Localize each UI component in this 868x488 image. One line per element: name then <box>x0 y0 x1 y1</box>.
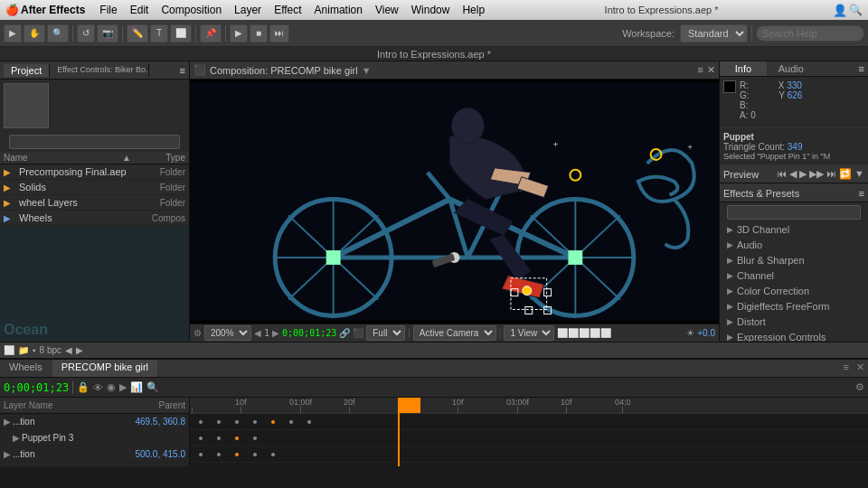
timeline-ctrl-lock[interactable]: 🔒 <box>77 381 90 393</box>
effect-item-0[interactable]: ▶3D Channel <box>720 222 868 238</box>
project-item-2[interactable]: ▶ wheel Layers Folder <box>0 195 189 211</box>
zoom-select[interactable]: 200% <box>204 325 251 341</box>
keyframe-dot[interactable] <box>217 436 221 440</box>
menu-composition[interactable]: Composition <box>156 2 227 18</box>
comp-panel-menu[interactable]: ≡ <box>698 64 703 76</box>
keyframe-dot[interactable] <box>307 420 311 424</box>
menu-animation[interactable]: Animation <box>309 2 368 18</box>
effect-item-2[interactable]: ▶Blur & Sharpen <box>720 253 868 268</box>
stop-btn[interactable]: ■ <box>250 24 268 42</box>
new-composition-btn[interactable]: ⬜ <box>4 345 14 355</box>
keyframe-dot[interactable] <box>253 420 257 424</box>
preview-label: Preview <box>723 169 759 180</box>
step-back-btn[interactable]: ◀ <box>789 168 797 180</box>
timeline-tab-precomp[interactable]: PRECOMP bike girl <box>52 360 158 377</box>
pen-tool-btn[interactable]: ✏️ <box>127 24 148 42</box>
effects-search-input[interactable] <box>727 205 861 220</box>
menu-layer[interactable]: Layer <box>229 2 267 18</box>
tab-effect-controls[interactable]: Effect Controls: Biker Bo... <box>50 64 149 77</box>
preview-options[interactable]: ▼ <box>854 168 864 180</box>
play-next-btn[interactable]: ⏭ <box>826 168 836 180</box>
timeline-ctrl-solo[interactable]: ◉ <box>107 381 116 393</box>
comp-tab-arrow[interactable]: ▼ <box>362 65 372 76</box>
keyframe-dot[interactable] <box>289 420 293 424</box>
camera-select[interactable]: Active Camera <box>413 325 496 341</box>
nav-next-btn[interactable]: ▶ <box>76 345 83 355</box>
project-search-input[interactable] <box>9 135 179 149</box>
view-select[interactable]: 1 View <box>504 325 554 341</box>
frame-nav-next[interactable]: ▶ <box>272 328 279 338</box>
keyframe-dot[interactable] <box>235 453 239 456</box>
timeline-close[interactable]: ✕ <box>853 360 868 377</box>
apple-menu[interactable]: 🍎 <box>5 4 19 16</box>
zoom-tool-btn[interactable]: 🔍 <box>47 24 69 42</box>
project-item-1[interactable]: ▶ Solids Folder <box>0 180 189 195</box>
project-item-3[interactable]: ▶ Wheels Compos <box>0 211 189 226</box>
keyframe-dot[interactable] <box>271 420 275 424</box>
menu-help[interactable]: Help <box>457 2 490 18</box>
frame-rate-btn[interactable]: ⚙ <box>855 381 864 393</box>
menu-effect[interactable]: Effect <box>269 2 307 18</box>
effect-item-4[interactable]: ▶Color Correction <box>720 284 868 299</box>
hand-tool-btn[interactable]: ✋ <box>24 24 45 42</box>
timeline-ctrl-graph[interactable]: 📊 <box>130 381 143 393</box>
layer-item-2[interactable]: ▶ ...tion 500.0, 415.0 <box>0 446 189 463</box>
keyframe-dot[interactable] <box>253 453 257 456</box>
loop-btn[interactable]: 🔁 <box>839 168 852 180</box>
timeline-menu[interactable]: ≡ <box>840 360 853 377</box>
play-prev-btn[interactable]: ⏮ <box>777 168 787 180</box>
keyframe-dot[interactable] <box>199 453 203 456</box>
play-btn[interactable]: ▶ <box>230 24 248 42</box>
timeline-search[interactable]: 🔍 <box>146 381 159 393</box>
keyframe-dot[interactable] <box>217 453 221 456</box>
step-fwd-btn[interactable]: ⏭ <box>269 24 289 42</box>
menu-edit[interactable]: Edit <box>125 2 155 18</box>
keyframe-dot[interactable] <box>199 420 203 424</box>
timeline-tab-wheels[interactable]: Wheels <box>0 360 52 377</box>
keyframe-dot[interactable] <box>271 453 275 456</box>
menu-window[interactable]: Window <box>406 2 456 18</box>
tab-info[interactable]: Info <box>720 61 768 76</box>
keyframe-dot[interactable] <box>217 420 221 424</box>
timeline-ctrl-shy[interactable]: 👁 <box>93 382 103 393</box>
workspace-select[interactable]: Standard <box>680 24 748 42</box>
keyframe-dot[interactable] <box>253 436 257 440</box>
rotate-tool-btn[interactable]: ↺ <box>77 24 95 42</box>
camera-tool-btn[interactable]: 📷 <box>97 24 118 42</box>
search-help-input[interactable] <box>756 25 864 42</box>
snap-icon[interactable]: 🔗 <box>339 328 350 338</box>
keyframe-dot[interactable] <box>235 420 239 424</box>
effect-item-3[interactable]: ▶Channel <box>720 268 868 284</box>
keyframe-dot[interactable] <box>235 436 239 440</box>
quality-select[interactable]: Full <box>366 325 405 341</box>
tab-audio[interactable]: Audio <box>768 61 816 76</box>
effect-item-5[interactable]: ▶Digieffects FreeForm <box>720 299 868 314</box>
play-pause-btn[interactable]: ▶ <box>799 168 807 180</box>
frame-nav-prev[interactable]: ◀ <box>254 328 261 338</box>
menu-view[interactable]: View <box>370 2 404 18</box>
layer-item-3[interactable]: ▶ Puppet Pin 2 <box>0 463 189 466</box>
effect-item-6[interactable]: ▶Distort <box>720 314 868 330</box>
panel-menu-icon[interactable]: ≡ <box>180 65 185 76</box>
shape-tool-btn[interactable]: ⬜ <box>170 24 192 42</box>
layer-item-0[interactable]: ▶ ...tion 469.5, 360.8 <box>0 414 189 430</box>
tab-project[interactable]: Project <box>4 64 50 77</box>
timeline-ctrl-motion[interactable]: ▶ <box>119 381 127 393</box>
layer-item-1[interactable]: ▶ Puppet Pin 3 <box>0 430 189 446</box>
comp-close-icon[interactable]: ✕ <box>707 64 715 76</box>
text-tool-btn[interactable]: T <box>150 24 168 42</box>
keyframe-dot[interactable] <box>199 436 203 440</box>
effects-menu[interactable]: ≡ <box>859 188 864 199</box>
nav-prev-btn[interactable]: ◀ <box>65 345 72 355</box>
info-panel-menu[interactable]: ≡ <box>855 61 868 76</box>
new-folder-btn[interactable]: 📁 <box>18 345 29 355</box>
current-time-display[interactable]: 0;00;01;23 <box>4 381 69 394</box>
menu-file[interactable]: File <box>94 2 122 18</box>
effect-item-7[interactable]: ▶Expression Controls <box>720 330 868 342</box>
step-fwd-preview[interactable]: ▶▶ <box>809 168 824 180</box>
puppet-tool-btn[interactable]: 📌 <box>200 24 222 42</box>
select-tool-btn[interactable]: ▶ <box>4 24 22 42</box>
new-solid-btn[interactable]: ▪ <box>33 345 36 355</box>
effect-item-1[interactable]: ▶Audio <box>720 238 868 253</box>
project-item-0[interactable]: ▶ Precomposing Final.aep Folder <box>0 164 189 180</box>
